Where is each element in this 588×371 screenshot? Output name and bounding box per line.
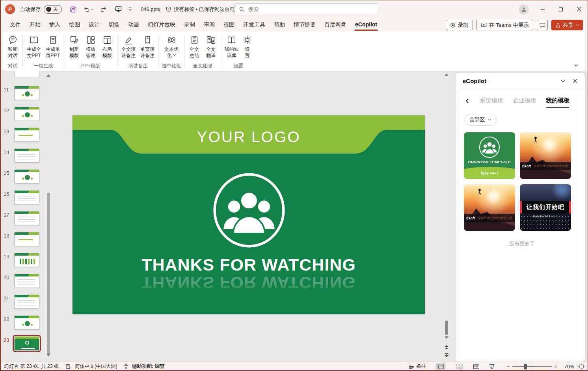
slide-thumbnail-row[interactable]: 20 — [0, 273, 52, 294]
next-slide-button[interactable] — [445, 353, 448, 358]
generate-single-ppt-button[interactable]: 生成单页PPT — [45, 33, 61, 59]
slide-thumbnail-row[interactable]: 23 — [0, 336, 52, 356]
language-status[interactable]: 简体中文(中国大陆) — [75, 363, 117, 370]
slide-thumbnail[interactable] — [14, 128, 39, 142]
smart-chat-button[interactable]: 智能对话 — [6, 33, 19, 59]
slide-thumbnail-row[interactable]: 14 — [0, 148, 52, 169]
slideshow-view-button[interactable] — [487, 363, 497, 371]
undo-button[interactable] — [83, 4, 93, 15]
full-speech-notes-button[interactable]: 全文演讲备注 — [121, 33, 136, 59]
template-card-city[interactable]: 让我们开始吧 DANEN PPT.vol 1 — [520, 184, 571, 231]
slide-thumbnail-row[interactable]: 13 — [0, 127, 52, 148]
normal-view-button[interactable] — [435, 363, 446, 371]
collapse-ribbon-button[interactable] — [574, 63, 579, 68]
layout-template-button[interactable]: 布局模版 — [100, 33, 114, 59]
zoom-percentage[interactable]: 70% — [562, 364, 574, 369]
ribbon-tab[interactable]: 绘图 — [65, 19, 84, 32]
region-filter-dropdown[interactable]: 全部区 — [464, 114, 497, 126]
template-card-business[interactable]: BUSINESS TEMPLATE 你好 PPT — [464, 132, 515, 179]
slide-thumbnail-row[interactable]: 22 — [0, 315, 52, 336]
document-status[interactable]: ? 没有标签 • 已保存到这台电脑 — [165, 6, 246, 13]
scroll-up-arrow-icon[interactable] — [47, 74, 50, 77]
zoom-slider[interactable] — [512, 366, 552, 367]
close-button[interactable] — [570, 0, 588, 19]
slide-canvas[interactable]: YOUR LOGO THANKS FOR WATCHING THANKS FOR… — [73, 115, 425, 314]
document-filename[interactable]: 046.pptx — [141, 6, 160, 12]
slide-thumbnail[interactable] — [14, 295, 39, 309]
slide-thumbnail[interactable] — [14, 315, 39, 330]
ribbon-tab[interactable]: 插入 — [45, 19, 65, 32]
slide-thumbnail-row[interactable]: 11 — [0, 85, 52, 106]
ribbon-tab[interactable]: 切换 — [104, 19, 124, 32]
spellcheck-button[interactable] — [65, 364, 72, 370]
slide-sorter-view-button[interactable] — [454, 363, 465, 371]
slide-thumbnail[interactable] — [14, 232, 39, 246]
zoom-in-button[interactable]: + — [554, 363, 558, 370]
slide-thumbnail[interactable] — [14, 274, 39, 288]
slide-thumbnail[interactable] — [14, 107, 39, 121]
zoom-slider-thumb[interactable] — [524, 364, 527, 369]
ribbon-tab[interactable]: eCopilot — [351, 19, 381, 32]
previous-slide-button[interactable] — [445, 345, 448, 350]
quick-access-more-button[interactable] — [125, 4, 135, 15]
slide-thumbnail[interactable] — [14, 86, 39, 100]
powerpoint-app-icon[interactable]: P — [5, 4, 15, 14]
template-card-sunset[interactable]: fisoft 深圳市伊登软件有限公司 — [520, 132, 571, 179]
comments-button[interactable] — [537, 20, 548, 30]
ribbon-tab[interactable]: 百度网盘 — [320, 19, 351, 32]
slide-thumbnail-row[interactable]: 18 — [0, 231, 52, 252]
start-slideshow-button[interactable] — [113, 4, 123, 15]
single-speech-notes-button[interactable]: 单页演讲备注 — [140, 33, 155, 59]
tab-my-templates[interactable]: 我的模板 — [546, 97, 569, 104]
slide-title-text[interactable]: THANKS FOR WATCHING — [73, 255, 425, 275]
canvas-scrollbar[interactable] — [444, 72, 449, 360]
slide-thumbnail-row[interactable]: 19 — [0, 252, 52, 273]
account-avatar[interactable] — [519, 4, 529, 15]
template-card-sunset-2[interactable]: fisoft 深圳市伊登软件有限公司 — [464, 184, 515, 231]
slide-logo-text[interactable]: YOUR LOGO — [73, 128, 425, 146]
minimize-button[interactable] — [534, 0, 552, 19]
slide-thumbnail[interactable] — [14, 336, 39, 351]
search-input[interactable] — [248, 6, 374, 12]
record-button[interactable]: 录制 — [446, 20, 473, 30]
slide-thumbnail[interactable] — [14, 169, 39, 184]
full-translate-button[interactable]: 全文翻译 — [204, 33, 218, 59]
slide-thumbnail-row[interactable]: 17 — [0, 210, 52, 231]
slide-thumbnail[interactable] — [14, 211, 39, 225]
ribbon-tab[interactable]: 设计 — [84, 19, 104, 32]
slide-thumbnail-row[interactable]: 16 — [0, 189, 52, 210]
ribbon-tab[interactable]: 情节提要 — [289, 19, 320, 32]
scroll-down-arrow-icon[interactable] — [47, 354, 50, 356]
save-button[interactable] — [68, 4, 78, 15]
scrollbar-thumb[interactable] — [445, 321, 448, 335]
slide-thumbnail-row[interactable]: 12 — [0, 106, 52, 127]
slide-thumbnail[interactable] — [14, 253, 39, 267]
scroll-down-arrow-icon[interactable] — [445, 336, 448, 339]
slide-thumbnail-partial[interactable] — [14, 71, 39, 77]
tab-system-templates[interactable]: 系统模板 — [480, 97, 503, 104]
slide-thumbnail[interactable] — [14, 148, 39, 163]
share-button[interactable]: 共享 — [551, 20, 583, 30]
ribbon-tab[interactable]: 录制 — [180, 19, 199, 32]
text-optimize-button[interactable]: 文本优化 ˅ — [164, 33, 179, 59]
accessibility-status[interactable]: 辅助功能: 调查 — [132, 363, 165, 370]
redo-button[interactable] — [98, 4, 108, 15]
panel-close-button[interactable] — [573, 78, 578, 83]
ribbon-tab[interactable]: 幻灯片放映 — [143, 19, 180, 32]
generate-full-ppt-button[interactable]: 生成全文PPT — [26, 33, 42, 59]
panel-collapse-button[interactable] — [560, 78, 566, 83]
settings-button[interactable]: 设置 — [242, 33, 253, 59]
ribbon-tab[interactable]: 视图 — [219, 19, 239, 32]
accessibility-button[interactable] — [123, 364, 129, 369]
slide-thumbnail-row[interactable]: 21 — [0, 294, 52, 315]
template-manage-button[interactable]: 模版管理 — [84, 33, 97, 59]
scrollbar-thumb[interactable] — [47, 193, 50, 356]
full-summary-button[interactable]: 全文总结 — [188, 33, 201, 59]
fit-to-window-button[interactable] — [578, 364, 585, 369]
ribbon-tab[interactable]: 开始 — [25, 19, 45, 32]
ribbon-tab[interactable]: 开发工具 — [239, 19, 270, 32]
knowledge-base-button[interactable]: 我的知识库 — [224, 33, 239, 59]
people-group-icon[interactable] — [212, 172, 287, 249]
ribbon-tab[interactable]: 动画 — [124, 19, 143, 32]
search-box[interactable] — [234, 3, 378, 15]
